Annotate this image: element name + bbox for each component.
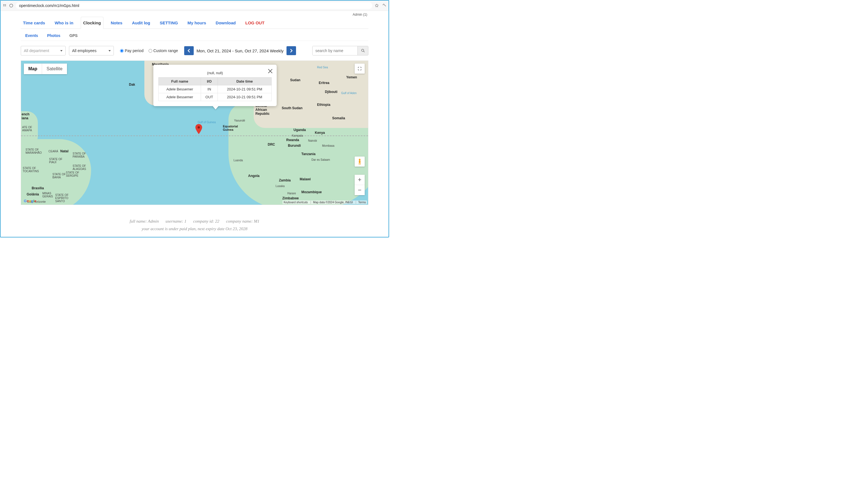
subnav-photos[interactable]: Photos xyxy=(46,32,62,41)
table-row: Adele Bessemer IN 2024-10-21 09:51 PM xyxy=(159,85,272,93)
map-label: DRC xyxy=(268,143,275,146)
nav-audit-log[interactable]: Audit log xyxy=(130,17,153,29)
url-text: opentimeclock.com/m1/mGps.html xyxy=(19,3,79,8)
nav-who-is-in[interactable]: Who is in xyxy=(52,17,76,29)
map-label: Angola xyxy=(248,174,260,178)
map-label: CEARÁ xyxy=(49,150,58,153)
extension-icon[interactable] xyxy=(382,3,386,8)
browser-frame: opentimeclock.com/m1/mGps.html Admin (1)… xyxy=(0,0,389,237)
map-label: ench iana xyxy=(21,112,30,120)
prev-period-button[interactable] xyxy=(184,46,194,55)
svg-point-4 xyxy=(10,4,13,7)
map-type-map[interactable]: Map xyxy=(24,64,42,74)
date-navigator: Mon, Oct 21, 2024 - Sun, Oct 27, 2024 We… xyxy=(184,46,296,55)
date-range-text: Mon, Oct 21, 2024 - Sun, Oct 27, 2024 We… xyxy=(196,49,284,53)
footer-company-name: company name: M1 xyxy=(226,219,259,224)
bookmark-star-icon[interactable] xyxy=(375,3,379,8)
map-container[interactable]: Mauritania Dak Sudan Eritrea Yemen Red S… xyxy=(21,60,368,205)
map-label: South Sudan xyxy=(282,106,303,110)
range-radio-group: Pay period Custom range xyxy=(120,49,178,53)
col-date-time: Date time xyxy=(218,77,271,85)
chevron-down-icon xyxy=(108,50,111,52)
keyboard-shortcuts-link[interactable]: Keyboard shortcuts xyxy=(284,201,308,204)
site-info-icon[interactable] xyxy=(9,3,14,8)
minus-icon: − xyxy=(358,186,362,194)
svg-line-6 xyxy=(364,51,364,52)
zoom-out-button[interactable]: − xyxy=(355,185,365,195)
nav-setting[interactable]: SETTING xyxy=(157,17,180,29)
radio-custom-range[interactable]: Custom range xyxy=(149,49,178,53)
footer-full-name: full name: Admin xyxy=(130,219,159,224)
search-button[interactable] xyxy=(357,46,368,55)
map-type-satellite[interactable]: Satellite xyxy=(42,64,67,74)
terms-link[interactable]: Terms xyxy=(356,201,366,204)
svg-rect-0 xyxy=(3,4,4,5)
fullscreen-button[interactable] xyxy=(355,64,365,74)
map-label: Mozambique xyxy=(302,190,322,194)
nav-log-out[interactable]: LOG OUT xyxy=(243,17,267,29)
subnav-gps[interactable]: GPS xyxy=(68,32,79,41)
nav-download[interactable]: Download xyxy=(213,17,238,29)
map-label: Uganda xyxy=(293,128,306,132)
plus-icon: + xyxy=(358,176,362,183)
map-label: Red Sea xyxy=(317,66,328,69)
site-controls-icon[interactable] xyxy=(3,3,7,8)
admin-label[interactable]: Admin (1) xyxy=(21,11,368,17)
info-close-button[interactable] xyxy=(267,68,273,74)
svg-point-2 xyxy=(5,4,6,5)
info-table: Full name I/O Date time Adele Bessemer I… xyxy=(158,77,272,101)
map-label: Mombasa xyxy=(322,144,334,147)
map-label: STATE OF MARANHÃO xyxy=(25,148,42,154)
zoom-in-button[interactable]: + xyxy=(355,175,365,185)
map-label: Dar es Salaam xyxy=(311,158,330,161)
pegman-button[interactable] xyxy=(355,157,365,167)
next-period-button[interactable] xyxy=(287,46,296,55)
map-label: Yaoundé xyxy=(234,119,245,122)
account-footer: full name: Admin username: 1 company id:… xyxy=(21,205,368,231)
url-field[interactable]: opentimeclock.com/m1/mGps.html xyxy=(16,2,372,9)
svg-rect-8 xyxy=(359,160,361,163)
map-type-switch: Map Satellite xyxy=(24,64,67,74)
map-label: STATE OF ESPÍRITO SANTO xyxy=(55,194,68,203)
radio-pay-period-input[interactable] xyxy=(120,49,124,53)
nav-time-cards[interactable]: Time cards xyxy=(21,17,47,29)
map-label: Eritrea xyxy=(319,81,329,85)
search-icon xyxy=(361,49,365,53)
addr-right xyxy=(375,3,386,8)
nav-notes[interactable]: Notes xyxy=(108,17,125,29)
map-label: Sudan xyxy=(290,78,301,82)
radio-pay-period[interactable]: Pay period xyxy=(120,49,143,53)
department-dropdown[interactable]: All department xyxy=(21,46,66,55)
svg-rect-9 xyxy=(359,163,359,165)
main-nav: Time cards Who is in Clocking Notes Audi… xyxy=(21,17,368,29)
map-label: Harare xyxy=(287,192,296,195)
subnav-events[interactable]: Events xyxy=(24,32,39,41)
info-coordinates: (null, null) xyxy=(158,71,272,75)
radio-custom-range-input[interactable] xyxy=(149,49,152,53)
map-label: Gulf of Aden xyxy=(341,92,357,95)
nav-my-hours[interactable]: My hours xyxy=(185,17,209,29)
map-label: Gulf of Guinea xyxy=(198,121,216,124)
search-input[interactable] xyxy=(313,46,357,55)
map-label: Ethiopia xyxy=(317,103,330,107)
filter-toolbar: All department All employees Pay period … xyxy=(21,41,368,60)
nav-clocking[interactable]: Clocking xyxy=(81,17,103,29)
map-label: Natal xyxy=(60,149,68,153)
map-marker[interactable] xyxy=(195,124,202,134)
map-label: Equatorial Guinea xyxy=(223,125,238,131)
google-logo: Google xyxy=(24,199,36,203)
map-label: STATE OF PARAÍBA xyxy=(73,152,86,158)
chevron-left-icon xyxy=(188,49,190,53)
map-label: Dak xyxy=(129,83,135,87)
map-footer: Keyboard shortcuts Map data ©2024 Google… xyxy=(282,200,367,204)
employees-dropdown[interactable]: All employees xyxy=(69,46,114,55)
footer-company-id: company id: 22 xyxy=(193,219,219,224)
map-label: Kenya xyxy=(315,131,325,135)
equator-line xyxy=(21,136,368,136)
svg-rect-10 xyxy=(360,163,361,165)
map-label: Luanda xyxy=(234,159,243,162)
map-label: Kampala xyxy=(292,134,303,137)
svg-rect-1 xyxy=(3,5,4,6)
map-label: Malawi xyxy=(300,177,311,181)
department-dropdown-label: All department xyxy=(24,49,49,53)
